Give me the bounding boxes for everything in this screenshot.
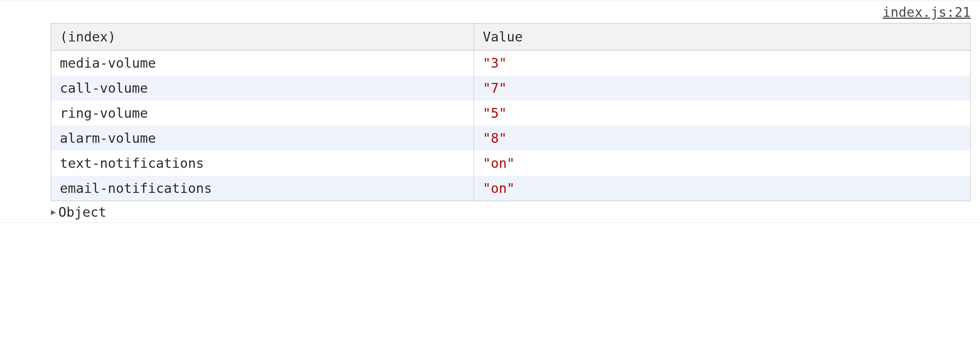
console-table-wrap: (index) Value media-volume "3" call-volu… [51, 23, 971, 201]
console-table: (index) Value media-volume "3" call-volu… [51, 23, 971, 201]
string-value: "5" [483, 105, 506, 121]
source-link-container: index.js:21 [0, 3, 980, 23]
row-key: media-volume [51, 50, 474, 76]
table-header-row: (index) Value [51, 23, 971, 50]
table-row[interactable]: email-notifications "on" [51, 176, 971, 201]
row-value: "7" [474, 76, 971, 101]
table-row[interactable]: media-volume "3" [51, 50, 971, 76]
row-key: call-volume [51, 76, 474, 101]
row-value: "5" [474, 101, 971, 126]
row-value: "on" [474, 151, 971, 176]
object-label: Object [58, 204, 106, 220]
triangle-right-icon: ▶ [51, 208, 56, 216]
row-key: ring-volume [51, 101, 474, 126]
row-value: "8" [474, 126, 971, 151]
table-row[interactable]: alarm-volume "8" [51, 126, 971, 151]
console-table-entry: index.js:21 (index) Value media-volume "… [0, 0, 980, 223]
string-value: "on" [483, 180, 515, 196]
table-row[interactable]: call-volume "7" [51, 76, 971, 101]
row-value: "on" [474, 176, 971, 201]
table-row[interactable]: ring-volume "5" [51, 101, 971, 126]
row-key: alarm-volume [51, 126, 474, 151]
column-header-value[interactable]: Value [474, 23, 971, 50]
string-value: "on" [483, 155, 515, 171]
table-row[interactable]: text-notifications "on" [51, 151, 971, 176]
source-link[interactable]: index.js:21 [883, 4, 971, 20]
column-header-index[interactable]: (index) [51, 23, 474, 50]
row-value: "3" [474, 50, 971, 76]
row-key: email-notifications [51, 176, 474, 201]
string-value: "3" [483, 55, 506, 71]
string-value: "8" [483, 130, 506, 146]
object-disclosure[interactable]: ▶ Object [51, 204, 980, 220]
string-value: "7" [483, 80, 506, 96]
row-key: text-notifications [51, 151, 474, 176]
